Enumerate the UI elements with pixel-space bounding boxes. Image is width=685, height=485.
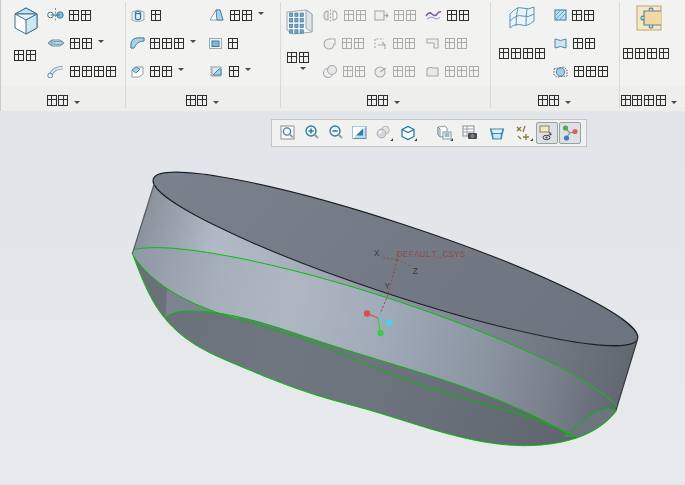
svg-text:DEFAULT_CSYS: DEFAULT_CSYS xyxy=(397,249,466,260)
svg-text:Z: Z xyxy=(413,267,419,277)
svg-text:Y: Y xyxy=(385,282,391,292)
svg-text:X: X xyxy=(374,249,380,259)
